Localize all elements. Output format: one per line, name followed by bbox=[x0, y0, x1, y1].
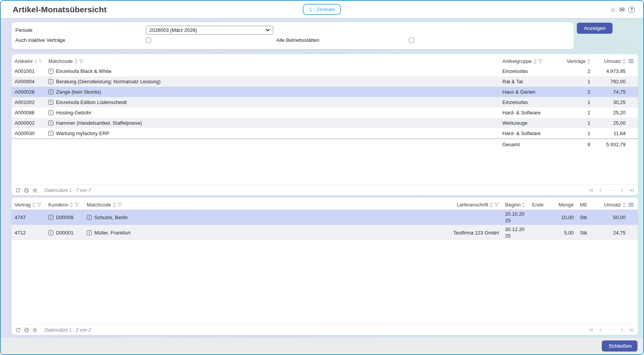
print-icon[interactable] bbox=[24, 188, 29, 193]
periode-select[interactable]: 2026003 (März 2026) bbox=[146, 26, 273, 35]
refresh-icon[interactable] bbox=[15, 188, 21, 193]
print-icon[interactable] bbox=[24, 327, 29, 333]
next-page-icon[interactable] bbox=[620, 328, 624, 332]
periode-label: Periode bbox=[15, 27, 146, 33]
cell-artikelgruppe: Hard- & Software bbox=[499, 130, 561, 136]
prev-page-icon[interactable] bbox=[599, 328, 603, 332]
col-menge[interactable]: Menge bbox=[548, 202, 577, 208]
col-matchcode[interactable]: Matchcode bbox=[45, 58, 499, 64]
help-icon[interactable]: ? bbox=[628, 7, 635, 13]
info-icon[interactable]: ! bbox=[87, 230, 92, 235]
total-vertraege: 8 bbox=[561, 142, 593, 147]
col-ende[interactable]: Ende bbox=[529, 202, 548, 208]
sort-icon[interactable] bbox=[35, 59, 37, 64]
envelope-icon[interactable]: ✉ bbox=[619, 7, 625, 13]
info-icon[interactable]: ! bbox=[48, 215, 53, 220]
sort-icon[interactable] bbox=[623, 203, 626, 207]
sort-icon[interactable] bbox=[32, 203, 35, 207]
cell-matchcode: !Schulze, Berlin bbox=[84, 215, 435, 220]
table-row[interactable]: A000030 !Wartung myfactory ERP Hard- & S… bbox=[12, 128, 638, 139]
col-beginn[interactable]: Beginn bbox=[502, 202, 529, 208]
first-page-icon[interactable] bbox=[589, 188, 593, 193]
sort-icon[interactable] bbox=[74, 59, 78, 64]
record-count-status: Datensätze 1 - 7 von 7 bbox=[45, 188, 91, 193]
sort-icon[interactable] bbox=[70, 203, 73, 207]
cell-vertraege: 1 bbox=[561, 130, 593, 136]
grid-menu-icon[interactable] bbox=[629, 203, 638, 207]
title-bar: Artikel-Monatsübersicht 1 - Zentrale ☆ ✉… bbox=[1, 1, 643, 18]
filter-icon[interactable] bbox=[74, 203, 79, 207]
col-umsatz[interactable]: Umsatz bbox=[594, 202, 629, 208]
col-matchcode[interactable]: Matchcode bbox=[84, 202, 435, 208]
page-dots-icon[interactable] bbox=[608, 328, 615, 332]
cell-vertrag: 4712 bbox=[12, 230, 45, 236]
star-icon[interactable]: ☆ bbox=[610, 7, 616, 13]
info-icon[interactable]: ! bbox=[48, 89, 53, 94]
sort-icon[interactable] bbox=[533, 59, 537, 64]
first-page-icon[interactable] bbox=[589, 328, 593, 332]
info-icon[interactable]: ! bbox=[48, 110, 53, 115]
filter-icon[interactable] bbox=[79, 59, 84, 63]
col-vertraege[interactable]: Verträge bbox=[561, 58, 593, 64]
settings-gear-icon[interactable] bbox=[32, 188, 38, 193]
last-page-icon[interactable] bbox=[629, 188, 634, 193]
table-row[interactable]: A000002 !Hammer (Handelsartikel, Staffel… bbox=[12, 118, 638, 128]
inactive-contracts-label: Auch inaktive Verträge bbox=[15, 37, 146, 43]
col-me[interactable]: ME bbox=[577, 202, 594, 208]
page-dots-icon[interactable] bbox=[608, 188, 615, 193]
info-icon[interactable]: ! bbox=[48, 131, 53, 136]
cell-vertraege: 2 bbox=[561, 68, 593, 74]
info-icon[interactable]: ! bbox=[48, 79, 53, 84]
col-lieferanschrift[interactable]: Lieferanschrift bbox=[435, 202, 502, 208]
filter-icon[interactable] bbox=[494, 203, 499, 207]
sort-icon[interactable] bbox=[587, 59, 590, 64]
last-page-icon[interactable] bbox=[629, 328, 634, 332]
cell-beginn: 20.10.2025 bbox=[502, 211, 529, 224]
all-sites-checkbox[interactable] bbox=[409, 38, 414, 43]
next-page-icon[interactable] bbox=[620, 188, 624, 193]
inactive-contracts-checkbox[interactable] bbox=[146, 38, 151, 43]
table-row[interactable]: 4712 !D00001 !Müller, Frankfurt Testfirm… bbox=[12, 225, 638, 240]
table-row[interactable]: A001002 !Einzelsofa Edition Lüdenscheidt… bbox=[12, 97, 638, 107]
cell-artikelnr: A000004 bbox=[12, 79, 45, 84]
info-icon[interactable]: ! bbox=[48, 230, 53, 235]
filter-icon[interactable] bbox=[38, 59, 42, 63]
col-artikelgruppe[interactable]: Artikelgruppe bbox=[499, 58, 561, 64]
sort-icon[interactable] bbox=[623, 59, 626, 64]
sort-icon[interactable] bbox=[113, 203, 116, 207]
table-row-selected[interactable]: 4747 !D00008 !Schulze, Berlin 20.10.2025… bbox=[12, 210, 638, 225]
refresh-icon[interactable] bbox=[15, 327, 21, 333]
filter-icon[interactable] bbox=[37, 203, 41, 207]
filter-icon[interactable] bbox=[117, 203, 122, 207]
table-row[interactable]: A000086 !Hosting-Gebühr Hard- & Software… bbox=[12, 107, 638, 118]
cell-kundennr: !D00001 bbox=[45, 230, 84, 236]
site-badge[interactable]: 1 - Zentrale bbox=[303, 4, 341, 15]
title-icons: ☆ ✉ ? bbox=[610, 1, 635, 18]
cell-umsatz: 30,25 bbox=[593, 99, 629, 105]
schliessen-button[interactable]: Schließen bbox=[602, 340, 637, 352]
table-row[interactable]: A001001 !Einzelsofa Black & White Einzel… bbox=[12, 66, 638, 76]
table-row-selected[interactable]: A000026 !Zange (kein Skonto) Haus & Gart… bbox=[12, 87, 638, 97]
col-kundennr[interactable]: Kundenn bbox=[45, 202, 84, 208]
cell-artikelnr: A000026 bbox=[12, 89, 45, 95]
col-umsatz[interactable]: Umsatz bbox=[593, 58, 629, 64]
anzeigen-button[interactable]: Anzeigen bbox=[577, 23, 613, 34]
cell-me: Stk bbox=[577, 215, 594, 220]
sort-icon[interactable] bbox=[522, 203, 525, 207]
settings-gear-icon[interactable] bbox=[32, 327, 38, 333]
contracts-header-row: Vertrag Kundenn Matchcode Lieferanschrif… bbox=[12, 200, 638, 210]
filter-icon[interactable] bbox=[538, 59, 543, 63]
filter-row: Periode 2026003 (März 2026) Auch inaktiv… bbox=[12, 22, 638, 49]
sort-icon[interactable] bbox=[490, 203, 493, 207]
col-artikelnr[interactable]: Artikelnr bbox=[12, 58, 45, 64]
info-icon[interactable]: ! bbox=[48, 69, 53, 74]
cell-lieferanschrift: Testfirma 123 GmbH bbox=[435, 230, 502, 236]
col-vertrag[interactable]: Vertrag bbox=[12, 202, 45, 208]
info-icon[interactable]: ! bbox=[48, 100, 53, 105]
info-icon[interactable]: ! bbox=[87, 215, 92, 220]
grid-menu-icon[interactable] bbox=[629, 59, 638, 63]
prev-page-icon[interactable] bbox=[599, 188, 603, 193]
all-sites-label: Alle Betriebsstätten bbox=[276, 37, 409, 43]
table-row[interactable]: A000004 !Beratung (Dienstleistung; Norma… bbox=[12, 76, 638, 87]
info-icon[interactable]: ! bbox=[48, 121, 53, 125]
